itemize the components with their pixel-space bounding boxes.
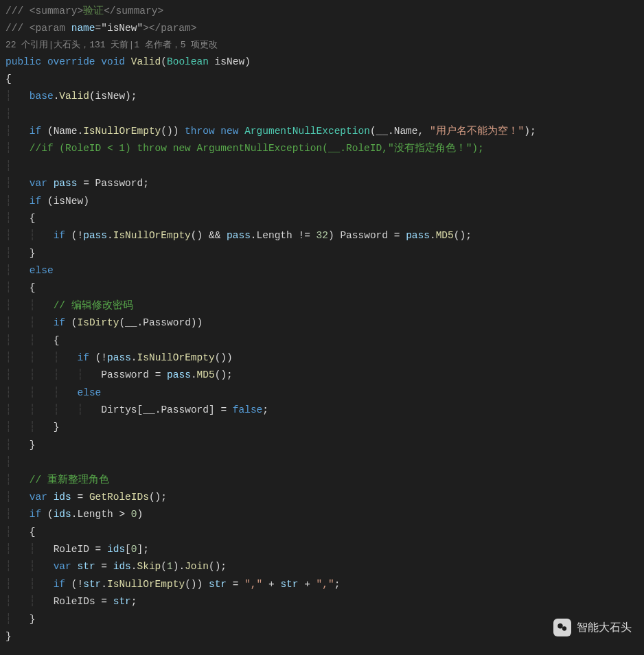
comment-roleid: ┆ //if (RoleID < 1) throw new ArgumentNu… bbox=[5, 140, 639, 157]
brace-open-3: ┆ { bbox=[5, 279, 639, 297]
kw-public: public bbox=[5, 56, 41, 67]
kw-if: if bbox=[30, 126, 41, 137]
codelens-line[interactable]: 22 个引用|大石头，131 天前|1 名作者，5 项更改 bbox=[5, 38, 639, 54]
prop-dirtys: Dirtys bbox=[101, 404, 137, 415]
if-str-notnull: ┆ ┆ if (!str.IsNullOrEmpty()) str = "," … bbox=[5, 576, 639, 593]
kw-if7: if bbox=[54, 579, 65, 590]
func-isnullorempty: IsNullOrEmpty bbox=[83, 126, 161, 137]
local-pass5: pass bbox=[107, 352, 131, 363]
param-close-tag: ></param> bbox=[143, 23, 196, 34]
func-getroleids: GetRoleIDs bbox=[89, 492, 149, 503]
prop-roleids: RoleIDs bbox=[54, 596, 95, 607]
type-argnullex: ArgumentNullException bbox=[244, 126, 370, 137]
var-str-decl: ┆ ┆ var str = ids.Skip(1).Join(); bbox=[5, 558, 639, 575]
prop-length2: Length bbox=[77, 509, 113, 520]
kw-var3: var bbox=[54, 561, 71, 572]
kw-if3: if bbox=[54, 230, 65, 241]
summary-text: 验证 bbox=[83, 5, 104, 16]
blank-line: ┆ bbox=[5, 106, 639, 123]
num-32: 32 bbox=[317, 230, 328, 241]
func-isnull3: IsNullOrEmpty bbox=[137, 352, 215, 363]
local-pass4: pass bbox=[406, 230, 430, 241]
func-isnull2: IsNullOrEmpty bbox=[113, 230, 191, 241]
brace-close-main: } bbox=[5, 628, 639, 645]
local-str4: str bbox=[280, 579, 298, 590]
blank-line-3: ┆ bbox=[5, 454, 639, 471]
svg-point-1 bbox=[562, 626, 566, 630]
func-md5: MD5 bbox=[436, 230, 454, 241]
roleids-assign: ┆ ┆ RoleIDs = str; bbox=[5, 593, 639, 610]
prop-password: Password bbox=[95, 178, 143, 189]
local-str: str bbox=[77, 561, 95, 572]
kw-throw: throw bbox=[185, 126, 215, 137]
num-0: 0 bbox=[131, 509, 137, 520]
comment-roles-text: // 重新整理角色 bbox=[30, 474, 109, 485]
assign-pw-md5: ┆ ┆ ┆ ┆ Password = pass.MD5(); bbox=[5, 367, 639, 384]
roleid-assign: ┆ ┆ RoleID = ids[0]; bbox=[5, 541, 639, 558]
string-err1: "用户名不能为空！" bbox=[430, 126, 524, 137]
local-pass: pass bbox=[54, 178, 78, 189]
prop-password2: Password bbox=[340, 230, 388, 241]
brace-open-2: ┆ { bbox=[5, 210, 639, 227]
prop-name: Name bbox=[54, 126, 78, 137]
string-comma2: "," bbox=[317, 579, 334, 590]
local-str5: str bbox=[113, 596, 131, 607]
brace-open: { bbox=[5, 71, 639, 88]
param-type: Boolean bbox=[167, 56, 209, 67]
summary-close-tag: </summary> bbox=[104, 5, 163, 16]
local-pass2: pass bbox=[83, 230, 107, 241]
brace-close-3: ┆ } bbox=[5, 437, 639, 454]
wechat-icon bbox=[553, 619, 571, 636]
kw-else2: else bbox=[78, 387, 102, 398]
kw-new: new bbox=[220, 126, 238, 137]
brace-close-2: ┆ } bbox=[5, 245, 639, 262]
brace-open-4: ┆ ┆ { bbox=[5, 332, 639, 349]
codelens-changes[interactable]: 1 名作者，5 项更改 bbox=[134, 40, 218, 50]
var-ids-decl: ┆ var ids = GetRoleIDs(); bbox=[5, 489, 639, 506]
if-ids-len: ┆ if (ids.Length > 0) bbox=[5, 506, 639, 523]
param-attr-val: "isNew" bbox=[101, 23, 143, 34]
func-isdirty: IsDirty bbox=[77, 317, 119, 328]
if-isnew: ┆ if (isNew) bbox=[5, 193, 639, 210]
prop-password5: Password bbox=[161, 404, 209, 415]
num-1: 1 bbox=[167, 561, 173, 572]
dirtys-false: ┆ ┆ ┆ ┆ Dirtys[__.Password] = false; bbox=[5, 402, 639, 419]
doc-summary-line: /// <summary>验证</summary> bbox=[5, 3, 639, 20]
watermark-text: 智能大石头 bbox=[577, 618, 632, 637]
svg-point-0 bbox=[557, 623, 563, 629]
kw-if2: if bbox=[30, 196, 41, 207]
codelens-refs[interactable]: 22 个引用 bbox=[5, 40, 48, 50]
prop-password3: Password bbox=[143, 317, 191, 328]
kw-if6: if bbox=[30, 509, 41, 520]
prop-length: Length bbox=[257, 230, 292, 241]
prop-roleid: RoleID bbox=[54, 544, 89, 555]
param-open-tag: /// <param bbox=[5, 23, 71, 34]
string-comma1: "," bbox=[244, 579, 262, 590]
else-2: ┆ ┆ ┆ else bbox=[5, 384, 639, 402]
func-skip: Skip bbox=[137, 561, 161, 572]
else-line: ┆ else bbox=[5, 262, 639, 279]
under1: __ bbox=[376, 126, 388, 137]
kw-override: override bbox=[47, 56, 95, 67]
kw-if5: if bbox=[78, 352, 89, 363]
summary-open-tag: /// <summary> bbox=[5, 5, 83, 16]
local-str2: str bbox=[83, 579, 101, 590]
var-pass-decl: ┆ var pass = Password; bbox=[5, 175, 639, 192]
call-base-valid: ┆ base.Valid(isNew); bbox=[5, 88, 639, 105]
prop-name2: Name bbox=[394, 126, 418, 137]
watermark: 智能大石头 bbox=[553, 618, 632, 637]
comment-roles: ┆ // 重新整理角色 bbox=[5, 472, 639, 489]
kw-var: var bbox=[30, 178, 47, 189]
num-0b: 0 bbox=[131, 544, 137, 555]
local-ids2: ids bbox=[54, 509, 71, 520]
method-name: Valid bbox=[131, 56, 161, 67]
func-join: Join bbox=[185, 561, 209, 572]
local-pass6: pass bbox=[167, 369, 191, 380]
codelens-author[interactable]: 大石头，131 天前 bbox=[54, 40, 128, 50]
if-pass-md5: ┆ ┆ if (!pass.IsNullOrEmpty() && pass.Le… bbox=[5, 227, 639, 244]
brace-close-4: ┆ ┆ } bbox=[5, 419, 639, 436]
under2: __ bbox=[125, 317, 137, 328]
method-signature: public override void Valid(Boolean isNew… bbox=[5, 54, 639, 71]
arg-isnew: isNew bbox=[95, 91, 126, 102]
func-isnull4: IsNullOrEmpty bbox=[107, 579, 185, 590]
